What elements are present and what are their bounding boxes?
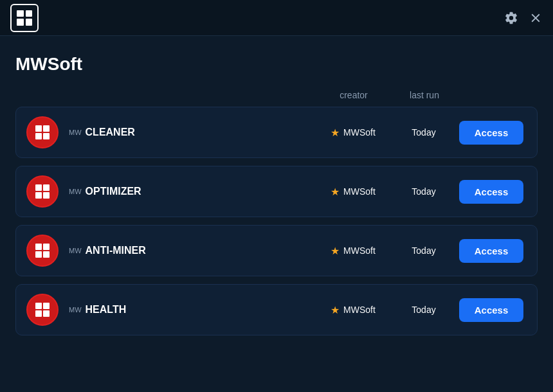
tool-prefix-anti-miner: MW [69,247,82,254]
tool-icon-inner [35,303,50,317]
star-icon-cleaner: ★ [331,127,340,139]
icon-cell [35,125,42,132]
page-title: MWSoft [15,54,538,75]
tool-row-anti-miner: MW ANTI-MINER ★ MWSoft Today Access [15,225,538,276]
table-header: creator last run [15,90,538,107]
tool-name-cleaner: CLEANER [86,127,135,138]
logo-cell [17,10,24,17]
icon-cell [35,192,42,199]
tool-lastrun-optimizer: Today [392,186,456,197]
tool-lastrun-anti-miner: Today [392,245,456,256]
icon-cell [35,244,42,250]
icon-cell [35,184,42,191]
col-creator-header: creator [315,90,392,100]
access-button-health[interactable]: Access [459,298,524,322]
tool-prefix-health: MW [69,306,82,314]
access-button-optimizer[interactable]: Access [459,180,524,204]
tool-icon-inner [35,184,50,199]
icon-cell [43,125,50,132]
close-icon[interactable] [529,11,543,25]
tool-creator-name-anti-miner: MWSoft [343,245,376,256]
tool-icon-inner [35,244,50,258]
tool-name-optimizer: OPTIMIZER [86,186,141,197]
app-logo [10,4,39,32]
tool-action-anti-miner: Access [456,239,527,263]
tool-action-optimizer: Access [456,180,527,204]
icon-cell [43,192,50,199]
logo-cell [26,19,33,26]
access-button-cleaner[interactable]: Access [459,121,524,145]
tool-name-anti-miner: ANTI-MINER [86,245,146,256]
tool-creator-name-optimizer: MWSoft [343,186,376,197]
icon-cell [35,251,42,258]
icon-cell [43,303,50,309]
icon-cell [43,184,50,191]
tool-icon-inner [35,125,50,139]
logo-icon [10,4,39,32]
tool-icon-cleaner [26,116,59,148]
tool-lastrun-cleaner: Today [392,127,456,138]
tool-name-wrap-cleaner: MW CLEANER [69,127,314,138]
tool-creator-name-health: MWSoft [343,305,376,315]
icon-cell [43,251,50,258]
icon-cell [43,310,50,317]
icon-cell [43,244,50,250]
tool-creator-name-cleaner: MWSoft [343,127,376,138]
tool-action-cleaner: Access [456,121,527,145]
tool-row-optimizer: MW OPTIMIZER ★ MWSoft Today Access [15,166,538,217]
titlebar-controls [504,11,543,25]
tool-creator-cleaner: ★ MWSoft [314,127,392,139]
icon-cell [35,303,42,309]
tool-creator-optimizer: ★ MWSoft [314,186,392,198]
titlebar [0,0,553,36]
main-content: MWSoft creator last run MW CLEANER ★ [0,36,553,351]
tool-icon-anti-miner [26,235,59,267]
tool-action-health: Access [456,298,527,322]
tool-icon-health [26,294,59,326]
logo-cell [17,19,24,26]
tool-icon-optimizer [26,175,59,208]
tool-prefix-optimizer: MW [69,188,82,195]
icon-cell [35,310,42,317]
star-icon-anti-miner: ★ [331,245,340,257]
tool-name-wrap-anti-miner: MW ANTI-MINER [69,245,314,256]
logo-cell [26,10,33,17]
col-lastrun-header: last run [392,90,457,100]
settings-icon[interactable] [504,11,518,25]
icon-cell [43,133,50,139]
star-icon-optimizer: ★ [331,186,340,198]
logo-grid [17,10,32,26]
access-button-anti-miner[interactable]: Access [459,239,524,263]
tool-creator-health: ★ MWSoft [314,304,392,316]
tool-name-wrap-health: MW HEALTH [69,304,314,316]
star-icon-health: ★ [331,304,340,316]
tool-name-health: HEALTH [86,304,127,316]
tool-row-health: MW HEALTH ★ MWSoft Today Access [15,284,538,335]
tool-row-cleaner: MW CLEANER ★ MWSoft Today Access [15,107,538,158]
tool-prefix-cleaner: MW [69,129,82,136]
icon-cell [35,133,42,139]
tool-creator-anti-miner: ★ MWSoft [314,245,392,257]
tool-lastrun-health: Today [392,305,456,315]
tool-list: MW CLEANER ★ MWSoft Today Access [15,107,538,335]
tool-name-wrap-optimizer: MW OPTIMIZER [69,186,314,197]
